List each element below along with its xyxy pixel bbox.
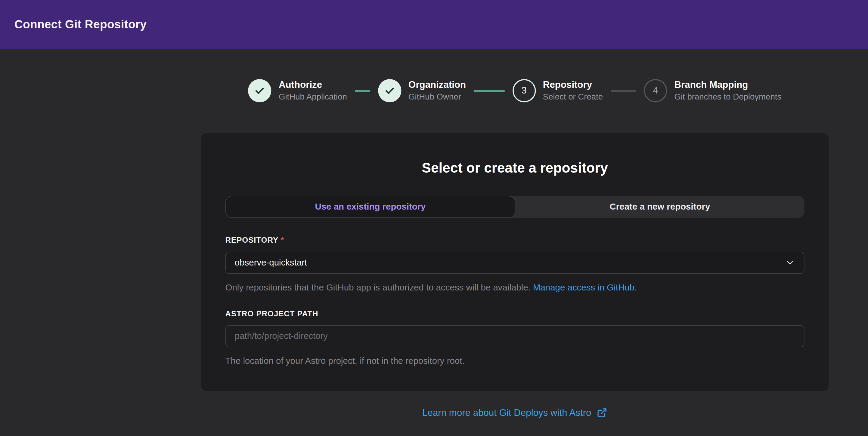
content-column: Authorize GitHub Application Organizatio… — [201, 79, 829, 418]
header: Connect Git Repository — [0, 0, 868, 49]
project-path-input[interactable] — [225, 325, 805, 347]
repository-help-text-body: Only repositories that the GitHub app is… — [225, 283, 531, 292]
step-text: Branch Mapping Git branches to Deploymen… — [674, 79, 781, 102]
repository-select[interactable]: observe-quickstart — [225, 252, 805, 274]
page-title: Connect Git Repository — [14, 18, 147, 31]
step-organization: Organization GitHub Owner — [378, 79, 466, 102]
external-link-icon — [597, 408, 607, 418]
required-asterisk: * — [281, 236, 284, 244]
step-label: Repository — [543, 79, 603, 91]
repository-label-text: REPOSITORY — [225, 236, 278, 244]
project-path-help-text: The location of your Astro project, if n… — [225, 356, 805, 368]
check-icon — [384, 85, 395, 96]
learn-more-link[interactable]: Learn more about Git Deploys with Astro — [422, 407, 607, 418]
step-branch-mapping-circle: 4 — [644, 79, 667, 102]
step-number: 3 — [522, 85, 527, 96]
step-label: Branch Mapping — [674, 79, 781, 91]
tab-new-repository[interactable]: Create a new repository — [515, 196, 804, 218]
step-label: Authorize — [279, 79, 347, 91]
step-sublabel: GitHub Application — [279, 91, 347, 102]
repository-label: REPOSITORY * — [225, 236, 805, 244]
repository-help-text: Only repositories that the GitHub app is… — [225, 281, 805, 294]
step-text: Authorize GitHub Application — [279, 79, 347, 102]
step-connector-upcoming — [611, 90, 636, 92]
learn-more-link-label: Learn more about Git Deploys with Astro — [422, 407, 591, 418]
manage-access-link[interactable]: Manage access in GitHub — [533, 283, 634, 292]
step-sublabel: GitHub Owner — [408, 91, 466, 102]
step-text: Organization GitHub Owner — [408, 79, 466, 102]
step-organization-complete-circle — [378, 79, 401, 102]
step-text: Repository Select or Create — [543, 79, 603, 102]
step-repository: 3 Repository Select or Create — [513, 79, 603, 102]
step-sublabel: Select or Create — [543, 91, 603, 102]
app-window: Connect Git Repository Authorize GitHub … — [0, 0, 868, 436]
footer: Learn more about Git Deploys with Astro — [201, 407, 829, 418]
step-connector-complete — [355, 90, 371, 92]
main-content: Authorize GitHub Application Organizatio… — [0, 79, 868, 418]
tab-existing-repository[interactable]: Use an existing repository — [225, 196, 516, 218]
step-repository-current-circle: 3 — [513, 79, 536, 102]
chevron-down-icon — [785, 258, 795, 268]
repository-field: REPOSITORY * observe-quickstart Only rep… — [225, 236, 805, 294]
step-sublabel: Git branches to Deployments — [674, 91, 781, 102]
step-label: Organization — [408, 79, 466, 91]
step-authorize-complete-circle — [248, 79, 272, 102]
repository-select-value: observe-quickstart — [235, 258, 307, 268]
card-title: Select or create a repository — [225, 160, 805, 176]
step-number: 4 — [653, 85, 658, 96]
project-path-label: ASTRO PROJECT PATH — [225, 309, 805, 318]
step-branch-mapping: 4 Branch Mapping Git branches to Deploym… — [644, 79, 781, 102]
stepper: Authorize GitHub Application Organizatio… — [201, 79, 829, 102]
project-path-field: ASTRO PROJECT PATH The location of your … — [225, 309, 805, 368]
repository-card: Select or create a repository Use an exi… — [201, 133, 829, 391]
repository-help-text-suffix: . — [634, 283, 637, 292]
step-authorize: Authorize GitHub Application — [248, 79, 347, 102]
repository-mode-tabs: Use an existing repository Create a new … — [225, 196, 805, 218]
step-connector-complete — [474, 90, 505, 92]
check-icon — [254, 85, 266, 96]
